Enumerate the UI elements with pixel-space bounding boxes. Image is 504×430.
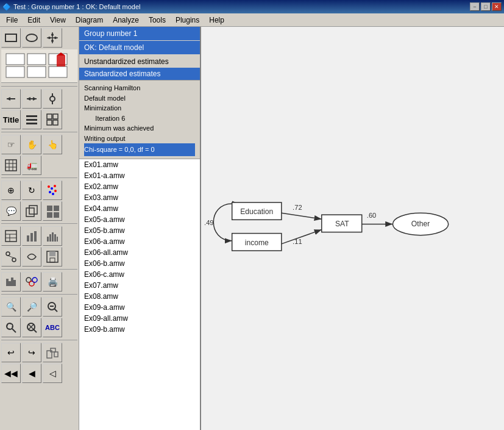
svg-point-5 (51, 40, 54, 42)
ellipse-tool[interactable] (22, 28, 41, 48)
svg-rect-65 (50, 258, 55, 262)
menu-plugins[interactable]: Plugins (171, 15, 204, 26)
select-all-tool[interactable] (43, 201, 62, 221)
log-minimum: Minimum was achieved (84, 123, 195, 134)
model-item[interactable]: OK: Default model (79, 41, 200, 54)
path2-tool[interactable] (22, 247, 41, 267)
path-tool[interactable] (43, 89, 62, 109)
svg-text:.72: .72 (293, 204, 302, 211)
prev-tool[interactable]: ◀ (22, 364, 41, 383)
svg-rect-29 (47, 120, 52, 125)
zoom-out-tool[interactable] (43, 297, 62, 317)
file-item[interactable]: Ex08.amw (79, 291, 200, 302)
toolbar-row-7: 💬 (1, 201, 77, 221)
svg-rect-56 (49, 234, 51, 242)
svg-rect-59 (57, 237, 58, 242)
title-tool[interactable]: Title (1, 110, 21, 129)
rotate-tool[interactable]: ↻ (22, 181, 41, 200)
indicator-tool[interactable] (43, 28, 62, 48)
file-item[interactable]: Ex02.amw (79, 181, 200, 192)
svg-text:Other: Other (411, 220, 430, 228)
file-item[interactable]: Ex09-a.amw (79, 302, 200, 313)
svg-rect-54 (34, 231, 37, 242)
pointer-tool[interactable]: ☞ (1, 135, 21, 154)
toolbar-row-8 (1, 226, 77, 246)
log-writing: Writing output (84, 134, 195, 144)
file-item[interactable]: Ex09-b.amw (79, 324, 200, 335)
app-icon: 🔷 (2, 3, 11, 11)
redo-tool[interactable]: ↪ (22, 343, 41, 362)
svg-rect-57 (52, 232, 54, 242)
close-button[interactable]: ✕ (492, 2, 502, 11)
bar-chart-tool[interactable] (22, 226, 41, 246)
copy-tool[interactable] (22, 201, 41, 221)
menu-help[interactable]: Help (204, 15, 229, 26)
rectangle-tool[interactable] (1, 28, 21, 48)
log-scanning: Scanning Hamilton (84, 83, 195, 93)
scatter-tool[interactable] (43, 181, 62, 200)
file-item[interactable]: Ex04.amw (79, 203, 200, 214)
undo-tool[interactable]: ↩ (1, 343, 21, 362)
svg-point-1 (26, 34, 37, 41)
hand-point-tool[interactable]: 👆 (43, 135, 62, 154)
svg-rect-30 (53, 120, 58, 125)
svg-rect-43 (29, 206, 37, 214)
arrow-left-tool[interactable] (1, 89, 21, 109)
multigroup-tool[interactable] (22, 272, 41, 292)
list-tool[interactable] (22, 110, 41, 129)
svg-rect-48 (5, 231, 16, 242)
bidirectional-arrow-tool[interactable] (22, 89, 41, 109)
file-item[interactable]: Ex06-b.amw (79, 258, 200, 269)
menu-analyze[interactable]: Analyze (108, 15, 144, 26)
menu-edit[interactable]: Edit (23, 15, 45, 26)
standardized-estimates[interactable]: Standardized estimates (79, 68, 200, 80)
prev2-tool[interactable]: ◁ (43, 364, 62, 383)
svg-line-62 (8, 256, 14, 258)
menu-file[interactable]: File (1, 15, 23, 26)
hand-open-tool[interactable]: ✋ (22, 135, 41, 154)
file-item[interactable]: Ex09-all.amw (79, 313, 200, 324)
svg-rect-31 (5, 160, 16, 171)
abc-tool[interactable]: ABC (43, 318, 62, 337)
menu-view[interactable]: View (45, 15, 71, 26)
grid-tool[interactable] (43, 110, 62, 129)
file-item[interactable]: Ex01.amw (79, 159, 200, 170)
speech-bubble-tool[interactable]: 💬 (1, 201, 21, 221)
param-tool[interactable] (1, 247, 21, 267)
file-item[interactable]: Ex07.amw (79, 280, 200, 291)
table-tool[interactable] (1, 226, 21, 246)
group-item[interactable]: Group number 1 (79, 27, 200, 40)
toolbar-row-10: 🖨️ (1, 272, 77, 292)
data-spread-tool[interactable] (1, 156, 21, 175)
special-tool[interactable] (43, 343, 62, 362)
svg-rect-14 (57, 56, 65, 66)
file-list-container[interactable]: Ex01.amw Ex01-a.amw Ex02.amw Ex03.amw Ex… (79, 159, 200, 431)
zoom-region-tool[interactable] (1, 318, 21, 337)
minimize-button[interactable]: − (470, 2, 480, 11)
zoom-in2-tool[interactable]: 🔎 (22, 297, 41, 317)
svg-rect-47 (54, 212, 59, 218)
zoom-in-tool[interactable]: 🔍 (1, 297, 21, 317)
file-item[interactable]: Ex01-a.amw (79, 170, 200, 181)
unstandardized-estimates[interactable]: Unstandardized estimates (79, 56, 200, 68)
fit-tool[interactable] (22, 318, 41, 337)
save-tool[interactable] (43, 247, 62, 267)
truck-tool[interactable]: 🚛 (22, 156, 41, 175)
svg-rect-53 (30, 233, 33, 242)
file-item[interactable]: Ex03.amw (79, 192, 200, 203)
back-tool[interactable]: ◀◀ (1, 364, 21, 383)
side-panel: Group number 1 OK: Default model Unstand… (79, 27, 201, 430)
freq-dist-tool[interactable] (43, 226, 62, 246)
file-item[interactable]: Ex05-b.amw (79, 225, 200, 236)
file-item[interactable]: Ex06-a.amw (79, 236, 200, 247)
menu-tools[interactable]: Tools (144, 15, 171, 26)
file-item[interactable]: Ex06-all.amw (79, 247, 200, 258)
file-item[interactable]: Ex05-a.amw (79, 214, 200, 225)
histogram-tool[interactable] (1, 272, 21, 292)
crosshair-tool[interactable]: ⊕ (1, 181, 21, 200)
menu-diagram[interactable]: Diagram (71, 15, 108, 26)
file-item[interactable]: Ex06-c.amw (79, 269, 200, 280)
log-minimization: Minimization (84, 103, 195, 113)
maximize-button[interactable]: □ (481, 2, 491, 11)
print-tool[interactable]: 🖨️ (43, 272, 62, 292)
